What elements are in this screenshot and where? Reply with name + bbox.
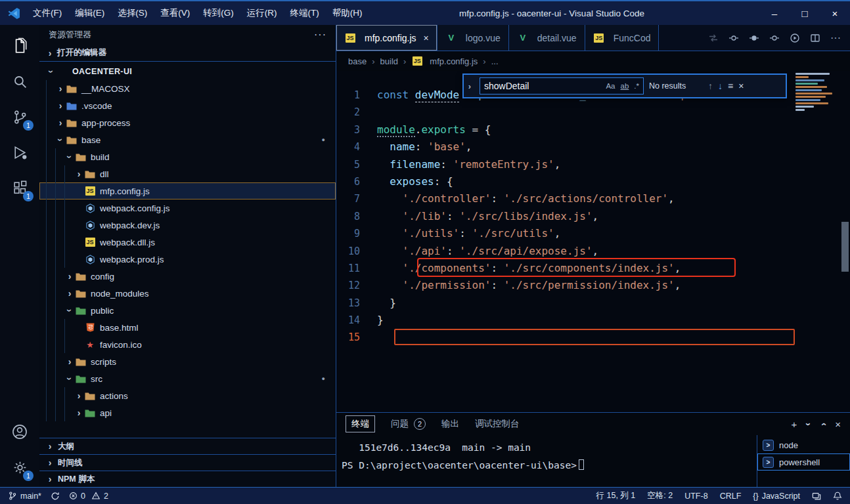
section-outline[interactable]: › 大纲: [39, 438, 336, 454]
circle-dash-icon-2[interactable]: [749, 33, 759, 43]
code-line-7[interactable]: 7 './controller': './src/actions/control…: [336, 190, 850, 207]
panel-tab-调试控制台[interactable]: 调试控制台: [475, 418, 520, 430]
editor-viewport[interactable]: 1const devMode = process.env.NODE_ENV ==…: [336, 71, 850, 412]
section-timeline[interactable]: › 时间线: [39, 454, 336, 471]
code-line-15[interactable]: 15: [336, 329, 850, 346]
tree-item-mfp.config.js[interactable]: JSmfp.config.js: [39, 182, 336, 200]
editor-tab-logo.vue[interactable]: Vlogo.vue: [437, 25, 509, 51]
menu-item-帮助(H)[interactable]: 帮助(H): [326, 7, 369, 19]
split-editor-icon[interactable]: [810, 33, 820, 43]
eol-status[interactable]: CRLF: [720, 492, 742, 501]
problems-status[interactable]: 0 2: [69, 492, 108, 501]
code-line-13[interactable]: 13 }: [336, 295, 850, 312]
code-line-4[interactable]: 4 name: 'base',: [336, 138, 850, 156]
tree-item-__MACOSX[interactable]: ›__MACOSX: [39, 80, 336, 97]
tree-item-node_modules[interactable]: ›node_modules: [39, 285, 336, 302]
breadcrumb-item-build[interactable]: build: [380, 56, 398, 66]
tree-item-base.html[interactable]: base.html: [39, 319, 336, 336]
panel-tab-问题[interactable]: 问题2: [391, 418, 426, 430]
tree-item-webpack.dll.js[interactable]: JSwebpack.dll.js: [39, 234, 336, 251]
tree-item-app-process[interactable]: ›app-process: [39, 114, 336, 131]
circle-dash-icon-1[interactable]: [728, 33, 739, 43]
sidebar-more-actions-icon[interactable]: ···: [314, 29, 326, 41]
terminal-process-node[interactable]: > node: [757, 436, 850, 453]
open-editors-section[interactable]: › 打开的编辑器: [39, 45, 336, 62]
previous-match-icon[interactable]: ↑: [708, 81, 713, 91]
whole-word-button[interactable]: ab: [621, 82, 629, 90]
tree-item-config[interactable]: ›config: [39, 268, 336, 285]
activity-run-debug-icon[interactable]: [9, 142, 30, 163]
tree-item-webpack.dev.js[interactable]: webpack.dev.js: [39, 217, 336, 234]
close-panel-icon[interactable]: ×: [835, 419, 841, 430]
section-npm-scripts[interactable]: › NPM 脚本: [39, 471, 336, 487]
editor-scrollbar[interactable]: [841, 222, 849, 272]
remote-icon[interactable]: [812, 492, 821, 501]
settings-gear-icon[interactable]: 1: [9, 457, 30, 478]
tree-item-webpack.config.js[interactable]: webpack.config.js: [39, 200, 336, 217]
tree-item-webpack.prod.js[interactable]: webpack.prod.js: [39, 251, 336, 268]
sync-icon[interactable]: [51, 492, 60, 501]
notifications-bell-icon[interactable]: [833, 491, 842, 501]
find-query-text[interactable]: showDetail: [484, 81, 601, 91]
code-line-9[interactable]: 9 './utils': './src/utils',: [336, 225, 850, 242]
code-line-10[interactable]: 10 './api': './src/api/expose.js',: [336, 243, 850, 260]
match-case-button[interactable]: Aa: [606, 82, 615, 90]
code-line-8[interactable]: 8 './lib': './src/libs/index.js',: [336, 208, 850, 225]
tree-item-public[interactable]: ›public: [39, 302, 336, 319]
tree-item-api[interactable]: ›api: [39, 404, 336, 421]
code-line-12[interactable]: 12 './permission': './src/permission/ind…: [336, 277, 850, 294]
indentation-status[interactable]: 空格: 2: [647, 490, 673, 501]
terminal-process-powershell[interactable]: > powershell: [757, 453, 850, 471]
menu-item-终端(T)[interactable]: 终端(T): [284, 7, 326, 19]
tree-item-favicon.ico[interactable]: ★favicon.ico: [39, 336, 336, 353]
editor-tab-FuncCod[interactable]: JSFuncCod: [585, 25, 660, 51]
close-find-icon[interactable]: ×: [738, 81, 744, 91]
tree-item-OACENTER-UI[interactable]: ›OACENTER-UI: [39, 63, 336, 80]
menu-item-选择(S)[interactable]: 选择(S): [111, 7, 154, 19]
tree-item-base[interactable]: ›base●: [39, 131, 336, 148]
code-line-5[interactable]: 5 filename: 'remoteEntry.js',: [336, 156, 850, 173]
code-line-3[interactable]: 3module.exports = {: [336, 121, 850, 138]
tree-item-actions[interactable]: ›actions: [39, 387, 336, 404]
tree-item-src[interactable]: ›src●: [39, 370, 336, 387]
breadcrumb-item-...[interactable]: ...: [491, 56, 499, 66]
account-icon[interactable]: [9, 421, 30, 442]
code-line-14[interactable]: 14}: [336, 312, 850, 329]
cursor-position[interactable]: 行 15, 列 1: [596, 490, 636, 501]
open-changes-icon[interactable]: [708, 33, 719, 43]
terminal-output[interactable]: 151e7d6..134ec9a main -> main PS D:\apro…: [336, 435, 757, 487]
regex-button[interactable]: .*: [634, 82, 639, 90]
find-in-selection-icon[interactable]: ≡: [728, 81, 733, 91]
minimap[interactable]: [795, 73, 841, 111]
activity-extensions-icon[interactable]: 1: [9, 177, 30, 198]
terminal-dropdown-icon[interactable]: ›: [803, 423, 815, 426]
circle-dash-icon-3[interactable]: [769, 33, 780, 43]
encoding-status[interactable]: UTF-8: [684, 492, 707, 501]
code-line-2[interactable]: 2: [336, 104, 850, 121]
menu-item-查看(V)[interactable]: 查看(V): [154, 7, 196, 19]
close-button[interactable]: ×: [820, 1, 850, 25]
activity-search-icon[interactable]: [9, 71, 30, 92]
run-circle-icon[interactable]: [790, 33, 800, 43]
close-tab-icon[interactable]: ×: [424, 33, 429, 43]
git-branch-status[interactable]: main*: [8, 491, 41, 501]
language-status[interactable]: {} JavaScript: [753, 492, 800, 501]
editor-tab-mfp.config.js[interactable]: JSmfp.config.js×: [336, 25, 437, 51]
code-line-6[interactable]: 6 exposes: {: [336, 173, 850, 190]
new-terminal-icon[interactable]: +: [791, 419, 797, 430]
code-line-11[interactable]: 11 './components': './src/components/ind…: [336, 260, 850, 277]
panel-tab-输出[interactable]: 输出: [441, 418, 459, 430]
breadcrumb-item-base[interactable]: base: [348, 56, 367, 66]
menu-item-运行(R)[interactable]: 运行(R): [240, 7, 284, 19]
menu-item-转到(G)[interactable]: 转到(G): [196, 7, 240, 19]
maximize-panel-icon[interactable]: ›: [817, 423, 828, 426]
toggle-replace-icon[interactable]: ›: [465, 81, 474, 91]
maximize-button[interactable]: □: [790, 1, 820, 25]
panel-tab-终端[interactable]: 终端: [346, 415, 375, 432]
editor-tab-detail.vue[interactable]: Vdetail.vue: [509, 25, 585, 51]
menu-item-编辑(E)[interactable]: 编辑(E): [68, 7, 111, 19]
tree-item-scripts[interactable]: ›scripts: [39, 353, 336, 370]
activity-source-control-icon[interactable]: 1: [9, 106, 30, 127]
activity-explorer-icon[interactable]: [9, 35, 30, 56]
menu-item-文件(F)[interactable]: 文件(F): [26, 7, 68, 19]
